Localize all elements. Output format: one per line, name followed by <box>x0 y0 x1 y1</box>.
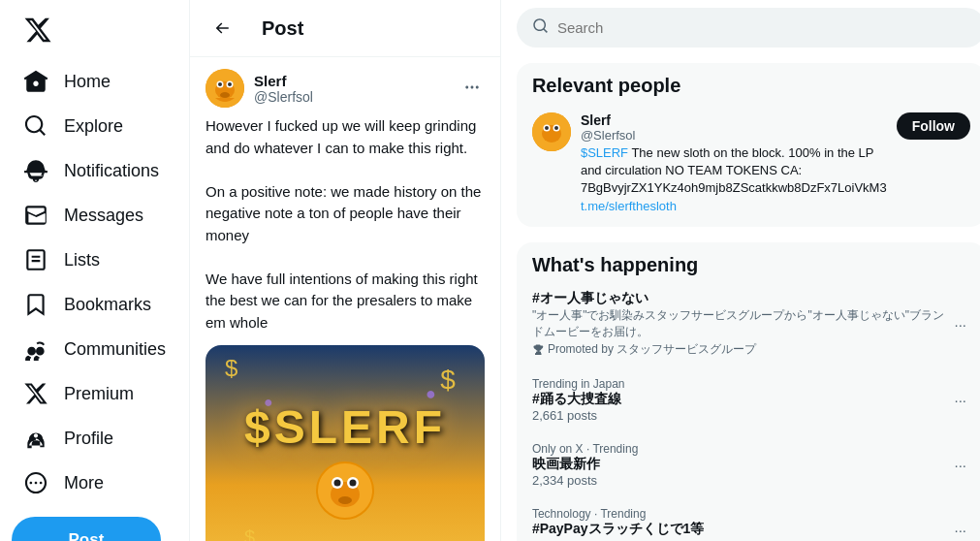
sidebar-item-home[interactable]: Home <box>12 59 177 104</box>
svg-point-4 <box>218 82 222 86</box>
relevant-people-section: Relevant people Slerf @Slerfsol <box>517 63 980 227</box>
explore-icon <box>23 113 48 139</box>
person-bio: $SLERF The new sloth on the block. 100% … <box>581 144 887 215</box>
sidebar-item-notifications-label: Notifications <box>64 161 159 181</box>
sidebar-item-profile-label: Profile <box>64 429 113 449</box>
sidebar-item-more-label: More <box>64 473 104 493</box>
svg-point-13 <box>338 496 352 504</box>
sidebar-item-lists-label: Lists <box>64 250 100 270</box>
sidebar-item-home-label: Home <box>64 72 111 92</box>
search-container <box>517 8 980 48</box>
sidebar-item-premium-label: Premium <box>64 384 134 404</box>
tweet-text: However I fucked up we will keep grindin… <box>205 115 485 334</box>
author-name: Slerf <box>254 73 313 89</box>
tweet-author-info: Slerf @Slerfsol <box>205 69 313 108</box>
svg-point-5 <box>228 82 232 86</box>
trend-context-1: Trending in Japan <box>532 377 625 391</box>
tweet-more-button[interactable] <box>459 75 485 103</box>
person-details: Slerf @Slerfsol $SLERF The new sloth on … <box>581 112 887 215</box>
sidebar-item-explore[interactable]: Explore <box>12 104 177 148</box>
sidebar-item-lists[interactable]: Lists <box>12 238 177 282</box>
x-premium-icon <box>23 381 48 406</box>
svg-point-6 <box>220 92 230 98</box>
sidebar-item-more[interactable]: More <box>12 461 177 505</box>
envelope-icon <box>23 203 48 228</box>
trend-name-0: #オー人事じゃない <box>532 290 951 307</box>
sidebar: Home Explore Notifications Messages List <box>0 0 190 541</box>
trend-more-2[interactable]: ··· <box>950 453 970 477</box>
trend-count-2: 2,334 posts <box>532 473 638 488</box>
trend-promoted-0: Promoted by スタッフサービスグループ <box>548 341 756 358</box>
list-icon <box>23 247 48 272</box>
trend-item-0[interactable]: #オー人事じゃない "オー人事"でお馴染みスタッフサービスグループから"オー人事… <box>517 280 980 368</box>
person-link[interactable]: t.me/slerfthesloth <box>581 199 677 213</box>
search-icon <box>532 17 550 38</box>
twitter-logo[interactable] <box>12 8 177 55</box>
trend-desc-0: "オー人事"でお馴染みスタッフサービスグループから"オー人事じゃない"ブランドム… <box>532 307 951 340</box>
relevant-people-title: Relevant people <box>517 63 980 101</box>
post-button[interactable]: Post <box>12 517 161 541</box>
person-handle: @Slerfsol <box>581 128 887 143</box>
tweet-author-row: Slerf @Slerfsol <box>205 69 485 108</box>
sidebar-item-messages[interactable]: Messages <box>12 193 177 238</box>
trend-context-3: Technology · Trending <box>532 507 704 521</box>
trend-item-3[interactable]: Technology · Trending #PayPayスラッチくじで1等 4… <box>517 497 980 541</box>
tweet-image: $SLERF $ $ <box>205 345 485 541</box>
post-header: Post <box>190 0 500 57</box>
more-icon <box>23 470 48 495</box>
author-handle: @Slerfsol <box>254 89 313 105</box>
trend-more-3[interactable]: ··· <box>950 518 970 541</box>
bookmark-icon <box>23 292 48 317</box>
sidebar-item-bookmarks[interactable]: Bookmarks <box>12 282 177 327</box>
trend-name-2: 映画最新作 <box>532 456 638 473</box>
person-cashtag: $SLERF <box>581 145 628 160</box>
author-avatar <box>205 69 244 108</box>
whats-happening-title: What's happening <box>517 242 980 280</box>
sidebar-item-notifications[interactable]: Notifications <box>12 148 177 193</box>
trend-name-3: #PayPayスラッチくじで1等 <box>532 521 704 538</box>
trend-name-1: #踊る大捜査線 <box>532 391 625 408</box>
sidebar-item-premium[interactable]: Premium <box>12 371 177 416</box>
person-avatar <box>532 112 571 151</box>
sidebar-item-explore-label: Explore <box>64 116 123 137</box>
whats-happening-section: What's happening #オー人事じゃない "オー人事"でお馴染みスタ… <box>517 242 980 541</box>
svg-point-12 <box>349 480 356 487</box>
sidebar-item-profile[interactable]: Profile <box>12 416 177 461</box>
svg-point-19 <box>554 126 558 130</box>
svg-point-18 <box>545 126 549 130</box>
home-icon <box>23 69 48 94</box>
trend-more-1[interactable]: ··· <box>950 388 970 412</box>
trend-item-1[interactable]: Trending in Japan #踊る大捜査線 2,661 posts ··… <box>517 367 980 432</box>
sidebar-item-bookmarks-label: Bookmarks <box>64 295 151 315</box>
right-panel: Relevant people Slerf @Slerfsol <box>501 0 980 541</box>
profile-icon <box>23 426 48 451</box>
main-content: Post <box>190 0 501 541</box>
svg-point-11 <box>333 480 340 487</box>
tweet-container: Slerf @Slerfsol However I fucked up we w… <box>190 57 500 541</box>
sidebar-item-communities[interactable]: Communities <box>12 327 177 371</box>
back-button[interactable] <box>205 12 238 45</box>
author-details: Slerf @Slerfsol <box>254 73 313 105</box>
trend-item-2[interactable]: Only on X · Trending 映画最新作 2,334 posts ·… <box>517 432 980 497</box>
trend-context-2: Only on X · Trending <box>532 442 638 456</box>
bell-icon <box>23 158 48 183</box>
trend-more-0[interactable]: ··· <box>950 312 970 336</box>
sidebar-item-communities-label: Communities <box>64 339 166 360</box>
communities-icon <box>23 336 48 362</box>
trend-count-1: 2,661 posts <box>532 408 625 423</box>
person-name: Slerf <box>581 112 887 128</box>
person-item: Slerf @Slerfsol $SLERF The new sloth on … <box>517 101 980 227</box>
sidebar-item-messages-label: Messages <box>64 206 143 226</box>
page-title: Post <box>262 17 303 40</box>
search-input[interactable] <box>557 19 970 36</box>
follow-button[interactable]: Follow <box>897 112 970 140</box>
